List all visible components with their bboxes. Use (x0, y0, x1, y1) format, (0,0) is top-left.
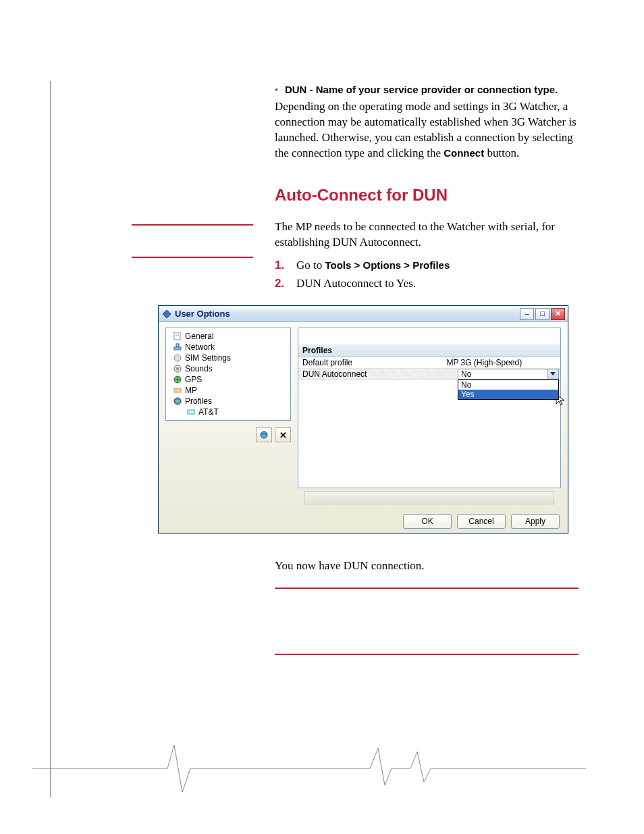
step-item: 1. Go to Tools > Options > Profiles (275, 256, 579, 274)
x-icon: ✕ (279, 430, 287, 440)
tree-item-sounds[interactable]: Sounds (167, 363, 289, 374)
connect-label: Connect (444, 147, 484, 159)
closing-text: You now have DUN connection. (275, 559, 425, 573)
mp-icon (173, 386, 182, 395)
user-options-dialog: User Options – □ ✕ General Network SIM S… (158, 305, 568, 533)
autoconnect-combo[interactable]: No (458, 369, 559, 380)
accent-rule (275, 654, 579, 655)
chevron-down-icon[interactable] (547, 369, 558, 379)
tree-item-mp[interactable]: MP (167, 385, 289, 396)
ok-button[interactable]: OK (403, 514, 452, 529)
globe-icon (259, 430, 269, 440)
step-item: 2. DUN Autoconnect to Yes. (275, 274, 579, 292)
panel-header: Profiles (298, 344, 560, 357)
ekg-decoration (32, 738, 586, 799)
tree-item-network[interactable]: Network (167, 342, 289, 353)
tree-item-gps[interactable]: GPS (167, 374, 289, 385)
para-text: button. (484, 147, 519, 159)
dropdown-option-no[interactable]: No (458, 380, 558, 390)
dropdown-option-yes[interactable]: Yes (458, 390, 558, 399)
svg-rect-12 (174, 388, 181, 392)
svg-point-6 (174, 355, 181, 361)
network-icon (173, 342, 182, 352)
svg-rect-14 (188, 410, 194, 414)
maximize-button[interactable]: □ (535, 308, 549, 320)
bullet-dot-icon: • (275, 86, 278, 95)
accent-rule (275, 588, 579, 589)
para-text: Depending on the operating mode and sett… (275, 100, 576, 159)
svg-point-8 (176, 367, 179, 370)
options-tree[interactable]: General Network SIM Settings Sounds GPS … (165, 328, 291, 421)
svg-marker-0 (163, 310, 171, 318)
separator-bar (304, 491, 554, 504)
step-number: 2. (275, 274, 287, 292)
sim-icon (173, 353, 182, 363)
apply-button[interactable]: Apply (511, 514, 560, 529)
close-button[interactable]: ✕ (551, 308, 565, 320)
row-label: DUN Autoconnect (298, 369, 442, 380)
sound-icon (173, 364, 182, 373)
row-label: Default profile (298, 357, 442, 368)
profiles-icon (173, 396, 182, 406)
minimize-button[interactable]: – (520, 308, 534, 320)
step-number: 1. (275, 256, 287, 274)
gps-icon (173, 375, 182, 384)
svg-marker-16 (550, 372, 556, 375)
section-paragraph: The MP needs to be connected to the Watc… (275, 219, 579, 251)
step-text: Go to Tools > Options > Profiles (296, 256, 579, 274)
cancel-button[interactable]: Cancel (457, 514, 506, 529)
globe-button[interactable] (256, 427, 272, 442)
intro-paragraph: Depending on the operating mode and sett… (275, 99, 579, 161)
svg-rect-5 (176, 344, 179, 346)
delete-button[interactable]: ✕ (275, 427, 291, 442)
profiles-panel: Profiles Default profile MP 3G (High-Spe… (298, 328, 561, 488)
dialog-title: User Options (175, 309, 230, 319)
row-value-cell: No No Yes (442, 369, 560, 380)
section-heading: Auto-Connect for DUN (275, 186, 579, 205)
bullet-text: DUN - Name of your service provider or c… (285, 84, 558, 95)
app-icon (161, 309, 172, 319)
grid-row[interactable]: Default profile MP 3G (High-Speed) (298, 357, 560, 369)
svg-rect-4 (174, 347, 181, 350)
grid-row-selected[interactable]: DUN Autoconnect No No Yes (298, 369, 560, 380)
step-text: DUN Autoconnect to Yes. (296, 274, 579, 292)
accent-rule (132, 257, 253, 258)
row-value: MP 3G (High-Speed) (442, 357, 560, 368)
tree-item-profiles[interactable]: Profiles (167, 396, 289, 407)
autoconnect-dropdown[interactable]: No Yes (458, 380, 559, 400)
tree-item-sim[interactable]: SIM Settings (167, 353, 289, 363)
margin-rule (50, 81, 54, 797)
dialog-titlebar[interactable]: User Options – □ ✕ (159, 306, 568, 322)
carrier-icon (186, 407, 196, 417)
tree-item-att[interactable]: AT&T (167, 407, 289, 417)
accent-rule (132, 224, 253, 226)
combo-value: No (458, 369, 547, 379)
page-icon (173, 332, 182, 341)
bullet-item: • DUN - Name of your service provider or… (275, 84, 579, 95)
tree-item-general[interactable]: General (167, 331, 289, 342)
